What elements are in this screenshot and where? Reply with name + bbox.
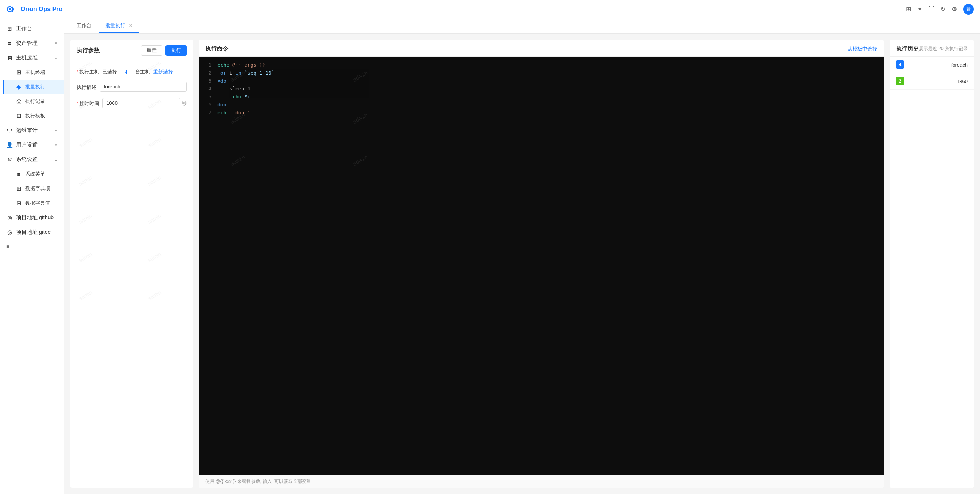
content-area: admin admin admin admin admin admin admi…	[64, 34, 980, 494]
sidebar-item-github[interactable]: ◎ 项目地址 github	[0, 210, 64, 225]
sidebar-sys-menu-label: 系统菜单	[25, 171, 45, 178]
sidebar-item-ops-audit[interactable]: 🛡 运维审计 ▼	[0, 123, 64, 138]
code-line-6: 6 done	[205, 101, 877, 109]
sidebar-dict-val-label: 数据字典值	[25, 200, 50, 207]
exec-params-title: 执行参数	[77, 47, 100, 54]
collapse-icon: ≡	[6, 243, 9, 249]
desc-input[interactable]	[100, 82, 187, 92]
history-name-1: foreach	[951, 62, 968, 68]
logo-icon	[6, 4, 17, 15]
tab-workbench[interactable]: 工作台	[70, 19, 98, 33]
sidebar-item-sys-menu[interactable]: ≡ 系统菜单	[3, 167, 64, 181]
sun-icon[interactable]: ✦	[917, 5, 922, 13]
header-right: ⊞ ✦ ⛶ ↻ ⚙ 管	[906, 4, 974, 15]
history-badge-1: 4	[896, 60, 904, 69]
sidebar-user-label: 用户设置	[16, 142, 38, 148]
sidebar-assets-label: 资产管理	[16, 40, 38, 47]
grid-icon[interactable]: ⊞	[906, 5, 911, 13]
chevron-up-icon2: ▲	[54, 158, 58, 162]
fullscreen-icon[interactable]: ⛶	[928, 6, 934, 13]
exec-button[interactable]: 执行	[165, 45, 187, 56]
sidebar-audit-label: 运维审计	[16, 127, 38, 134]
history-title: 执行历史	[896, 45, 919, 52]
editor-watermark: admin admin admin admin admin admin	[199, 57, 884, 475]
header: Orion Ops Pro ⊞ ✦ ⛶ ↻ ⚙ 管	[0, 0, 980, 18]
sidebar-sys-sub: ≡ 系统菜单 ⊞ 数据字典项 ⊟ 数据字典值	[0, 167, 64, 210]
host-value: 已选择 4 台主机 重新选择	[102, 66, 187, 75]
avatar[interactable]: 管	[963, 4, 974, 15]
timeout-label: *超时时间	[77, 98, 99, 107]
host-label: *执行主机	[77, 66, 99, 75]
code-line-3: 3 ∨do	[205, 77, 877, 85]
chevron-up-icon: ▲	[54, 56, 58, 60]
settings-icon[interactable]: ⚙	[952, 5, 957, 13]
code-line-7: 7 echo 'done'	[205, 109, 877, 117]
sidebar-item-host-ops[interactable]: 🖥 主机运维 ▲	[0, 51, 64, 65]
sidebar-item-gitee[interactable]: ◎ 项目地址 gitee	[0, 225, 64, 240]
sidebar-dict-key-label: 数据字典项	[25, 185, 50, 192]
exec-params-form: *执行主机 已选择 4 台主机 重新选择 执行描述	[70, 60, 193, 121]
timeout-row: *超时时间 秒	[77, 98, 187, 108]
sidebar-gitee-label: 项目地址 gitee	[16, 229, 51, 236]
sidebar-item-dict-key[interactable]: ⊞ 数据字典项	[3, 181, 64, 196]
exec-params-actions: 重置 执行	[141, 45, 187, 56]
history-item-2[interactable]: 2 1360	[890, 73, 974, 90]
sys-menu-icon: ≡	[15, 171, 22, 178]
sidebar-hostops-label: 主机运维	[16, 54, 38, 61]
sidebar-item-exec-records[interactable]: ◎ 执行记录	[3, 94, 64, 109]
tabs-bar: 工作台 批量执行 ✕	[64, 18, 980, 34]
sidebar-item-dict-val[interactable]: ⊟ 数据字典值	[3, 196, 64, 210]
code-line-5: 5 echo $i	[205, 93, 877, 101]
sys-settings-icon: ⚙	[6, 156, 13, 163]
sidebar-item-exec-template[interactable]: ⊡ 执行模板	[3, 109, 64, 123]
dict-key-icon: ⊞	[15, 185, 22, 192]
exec-params-header: 执行参数 重置 执行	[70, 40, 193, 60]
audit-icon: 🛡	[6, 127, 13, 134]
sidebar-item-workbench[interactable]: ⊞ 工作台	[0, 21, 64, 36]
app-title: Orion Ops Pro	[21, 6, 62, 13]
chevron-down-icon: ▼	[54, 41, 58, 46]
gitee-icon: ◎	[6, 229, 13, 236]
code-editor[interactable]: admin admin admin admin admin admin 1 ec…	[199, 57, 884, 475]
refresh-icon[interactable]: ↻	[941, 5, 946, 13]
sidebar-exec-records-label: 执行记录	[25, 98, 45, 105]
github-icon: ◎	[6, 214, 13, 221]
editor-hint: 使用 @{{ xxx }} 来替换参数, 输入_可以获取全部变量	[205, 479, 311, 484]
sidebar-collapse-btn[interactable]: ≡	[0, 240, 64, 253]
main-content: 工作台 批量执行 ✕ admin admin admin admin admin…	[64, 18, 980, 494]
template-select-link[interactable]: 从模板中选择	[848, 46, 877, 52]
code-line-4: 4 sleep 1	[205, 85, 877, 93]
exec-history-panel: 执行历史 展示最近 20 条执行记录 4 foreach 2 1360	[890, 40, 974, 488]
tab-close-icon[interactable]: ✕	[129, 23, 132, 28]
desc-row: 执行描述	[77, 82, 187, 92]
history-name-2: 1360	[957, 78, 968, 84]
host-count: 4	[125, 69, 127, 75]
chevron-down-icon2: ▼	[54, 129, 58, 133]
sidebar-terminal-label: 主机终端	[25, 69, 45, 76]
sidebar-sys-label: 系统设置	[16, 156, 38, 163]
sidebar-item-sys-settings[interactable]: ⚙ 系统设置 ▲	[0, 152, 64, 167]
timeout-input[interactable]	[102, 98, 180, 108]
timeout-unit: 秒	[182, 100, 187, 107]
reset-button[interactable]: 重置	[141, 45, 162, 56]
sidebar-item-assets[interactable]: ≡ 资产管理 ▼	[0, 36, 64, 51]
host-row: *执行主机 已选择 4 台主机 重新选择	[77, 66, 187, 75]
layout: ⊞ 工作台 ≡ 资产管理 ▼ 🖥 主机运维 ▲ ⊞ 主机终端 ◆	[0, 0, 980, 494]
sidebar-item-user-settings[interactable]: 👤 用户设置 ▼	[0, 138, 64, 152]
history-subtitle: 展示最近 20 条执行记录	[919, 46, 968, 52]
timeout-input-wrap: 秒	[102, 98, 187, 108]
desc-label: 执行描述	[77, 82, 96, 91]
tab-batch-exec[interactable]: 批量执行 ✕	[99, 19, 139, 33]
history-badge-2: 2	[896, 77, 904, 85]
sidebar-batch-exec-label: 批量执行	[25, 83, 45, 90]
history-item-1[interactable]: 4 foreach	[890, 57, 974, 73]
terminal-icon: ⊞	[15, 69, 22, 76]
reselect-button[interactable]: 重新选择	[153, 68, 173, 75]
sidebar-item-host-terminal[interactable]: ⊞ 主机终端	[3, 65, 64, 80]
batch-exec-icon: ◆	[15, 83, 22, 90]
code-line-1: 1 echo @{{ args }}	[205, 61, 877, 69]
exec-cmd-panel: 执行命令 从模板中选择 admin admin admin admin admi…	[199, 40, 884, 488]
sidebar-host-ops-sub: ⊞ 主机终端 ◆ 批量执行 ◎ 执行记录 ⊡ 执行模板	[0, 65, 64, 123]
sidebar-item-batch-exec[interactable]: ◆ 批量执行	[3, 80, 64, 94]
editor-footer: 使用 @{{ xxx }} 来替换参数, 输入_可以获取全部变量	[199, 475, 884, 488]
